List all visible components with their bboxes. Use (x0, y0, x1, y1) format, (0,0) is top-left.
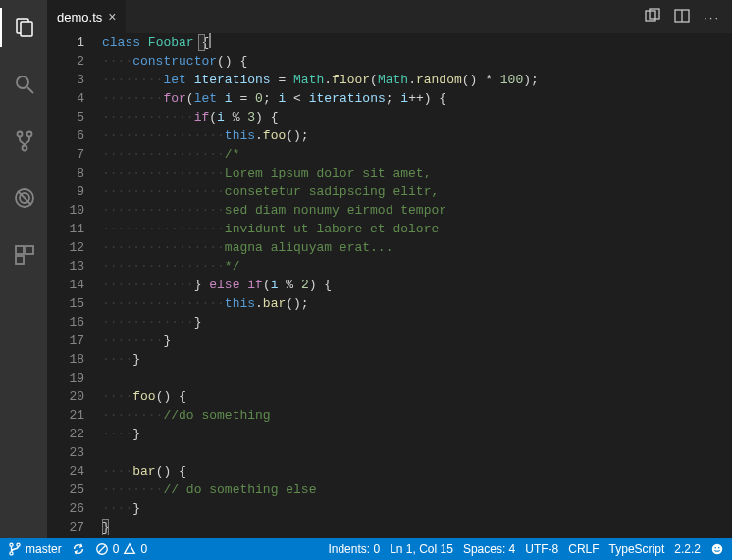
status-bar: master 0 0 Indents: 0 Ln 1, Col 15 Space… (0, 538, 732, 560)
line-number: 3 (47, 71, 84, 89)
status-branch[interactable]: master (8, 542, 62, 556)
activity-source-control[interactable] (0, 122, 47, 161)
activity-search[interactable] (0, 65, 47, 104)
code-line[interactable]: class Foobar { (102, 33, 732, 52)
line-number: 19 (47, 369, 84, 387)
code-line[interactable]: ················magna aliquyam erat... (102, 238, 732, 257)
svg-point-24 (718, 547, 720, 549)
svg-rect-12 (16, 256, 24, 264)
code-line[interactable]: ················Lorem ipsum dolor sit am… (102, 164, 732, 182)
line-number: 27 (47, 518, 84, 536)
activity-debug[interactable] (0, 178, 47, 218)
status-sync[interactable] (72, 542, 85, 556)
editor-actions: ··· (633, 0, 732, 33)
code-line[interactable]: ················this.foo(); (102, 127, 732, 145)
status-error-count: 0 (113, 542, 120, 556)
code-line[interactable]: ········//do something (102, 406, 732, 425)
code-line[interactable]: ················/* (102, 145, 732, 164)
editor[interactable]: 1234567891011121314151617181920212223242… (47, 33, 732, 538)
status-version[interactable]: 2.2.2 (674, 542, 701, 556)
status-warning-count: 0 (140, 542, 147, 556)
svg-point-23 (714, 547, 716, 549)
line-number: 25 (47, 481, 84, 499)
line-number: 1 (47, 33, 84, 52)
line-number: 9 (47, 182, 84, 201)
more-actions-icon[interactable]: ··· (704, 10, 720, 25)
status-cursor-position[interactable]: Ln 1, Col 15 (390, 542, 453, 556)
line-number: 14 (47, 276, 84, 294)
code-line[interactable]: ····} (102, 350, 732, 369)
line-number: 8 (47, 164, 84, 182)
status-eol[interactable]: CRLF (568, 542, 599, 556)
line-number: 4 (47, 89, 84, 108)
tab-active[interactable]: demo.ts × (47, 0, 127, 33)
code-line[interactable] (102, 369, 732, 387)
line-number: 7 (47, 145, 84, 164)
line-number: 15 (47, 294, 84, 313)
code-line[interactable]: ················consetetur sadipscing el… (102, 182, 732, 201)
svg-point-4 (18, 132, 23, 137)
code-line[interactable]: ········// do something else (102, 481, 732, 499)
code-line[interactable]: ········let iterations = Math.floor(Math… (102, 71, 732, 89)
svg-point-17 (10, 543, 13, 546)
svg-point-6 (23, 146, 27, 151)
code-line[interactable] (102, 443, 732, 462)
activity-bar (0, 0, 47, 538)
svg-rect-11 (26, 246, 33, 254)
editor-tabs: demo.ts × ··· (47, 0, 732, 33)
line-number: 22 (47, 425, 84, 443)
line-number: 16 (47, 313, 84, 331)
tab-close-icon[interactable]: × (108, 10, 116, 24)
status-indents[interactable]: Indents: 0 (328, 542, 380, 556)
show-opened-editors-icon[interactable] (645, 8, 660, 26)
code-line[interactable]: ············} else if(i % 2) { (102, 276, 732, 294)
split-editor-icon[interactable] (674, 8, 690, 26)
line-number: 26 (47, 499, 84, 518)
svg-point-22 (712, 544, 723, 555)
line-number: 20 (47, 387, 84, 406)
code-line[interactable]: ········for(let i = 0; i < iterations; i… (102, 89, 732, 108)
status-branch-name: master (26, 542, 62, 556)
status-language[interactable]: TypeScript (609, 542, 665, 556)
svg-line-21 (98, 546, 105, 553)
svg-point-2 (17, 76, 28, 88)
code-line[interactable]: ················this.bar(); (102, 294, 732, 313)
code-line[interactable]: ····} (102, 499, 732, 518)
svg-point-5 (27, 132, 32, 137)
line-number: 10 (47, 201, 84, 220)
code-line[interactable]: } (102, 518, 732, 536)
status-encoding[interactable]: UTF-8 (525, 542, 558, 556)
code-line[interactable]: ············} (102, 313, 732, 331)
code-area[interactable]: class Foobar {····constructor() {·······… (102, 33, 732, 538)
activity-extensions[interactable] (0, 235, 47, 275)
line-number: 6 (47, 127, 84, 145)
status-problems[interactable]: 0 0 (95, 542, 147, 556)
code-line[interactable]: ············if(i % 3) { (102, 108, 732, 127)
svg-point-18 (17, 543, 20, 546)
code-line[interactable]: ····constructor() { (102, 52, 732, 71)
code-line[interactable]: ····} (102, 425, 732, 443)
status-indent-size[interactable]: Spaces: 4 (463, 542, 515, 556)
line-number: 13 (47, 257, 84, 276)
svg-rect-10 (16, 246, 24, 254)
activity-explorer[interactable] (0, 8, 47, 47)
line-number: 18 (47, 350, 84, 369)
status-feedback-icon[interactable] (710, 542, 724, 556)
code-line[interactable]: ················*/ (102, 257, 732, 276)
svg-rect-1 (21, 22, 32, 36)
code-line[interactable]: ········} (102, 331, 732, 350)
line-number: 12 (47, 238, 84, 257)
tab-filename: demo.ts (57, 10, 102, 25)
code-line[interactable]: ····bar() { (102, 462, 732, 481)
line-number: 5 (47, 108, 84, 127)
code-line[interactable]: ················sed diam nonumy eirmod t… (102, 201, 732, 220)
code-line[interactable]: ················invidunt ut labore et do… (102, 220, 732, 238)
line-number-gutter: 1234567891011121314151617181920212223242… (47, 33, 102, 538)
svg-point-19 (10, 552, 13, 555)
svg-line-3 (27, 87, 33, 93)
line-number: 21 (47, 406, 84, 425)
line-number: 17 (47, 331, 84, 350)
line-number: 24 (47, 462, 84, 481)
code-line[interactable]: ····foo() { (102, 387, 732, 406)
line-number: 2 (47, 52, 84, 71)
